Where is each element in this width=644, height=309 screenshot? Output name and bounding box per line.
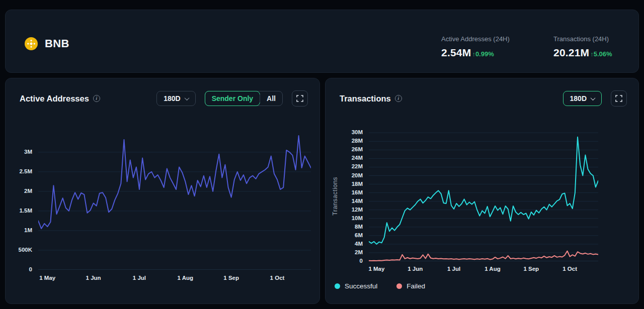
stat-active-addresses-24h: Active Addresses (24H) 2.54M ↑0.99% <box>441 35 510 59</box>
range-value: 180D <box>570 94 587 102</box>
stat-label: Active Addresses (24H) <box>441 35 510 43</box>
failed-dot-icon <box>396 283 402 289</box>
toggle-all[interactable]: All <box>260 91 282 106</box>
panel-title-transactions: Transactions <box>340 94 391 104</box>
bnb-diamond-glyph <box>27 40 35 48</box>
stat-value: 20.21M <box>553 47 589 59</box>
range-dropdown[interactable]: 180D <box>563 91 602 106</box>
stat-value: 2.54M <box>441 47 471 59</box>
legend-item-failed[interactable]: Failed <box>396 282 425 290</box>
info-icon[interactable]: i <box>93 95 100 102</box>
stat-label: Transactions (24H) <box>553 35 612 43</box>
x-axis-labels: 1 May1 Jun1 Jul1 Aug1 Sep1 Oct <box>38 275 311 283</box>
active-addresses-chart[interactable] <box>38 129 311 270</box>
chart-legend: Successful Failed <box>335 282 425 290</box>
active-addresses-panel: Active Addresses i 180D Sender Only All … <box>5 78 320 304</box>
expand-button[interactable] <box>292 90 308 107</box>
coin-header-card: BNB Active Addresses (24H) 2.54M ↑0.99% … <box>5 10 639 73</box>
sender-filter-toggle: Sender Only All <box>205 91 283 106</box>
legend-item-successful[interactable]: Successful <box>335 282 377 290</box>
fullscreen-icon <box>296 95 303 102</box>
stat-change-up: ↑5.06% <box>590 50 612 58</box>
fullscreen-icon <box>615 95 622 102</box>
stat-change-up: ↑0.99% <box>472 50 494 58</box>
coin-identity: BNB <box>25 37 69 50</box>
chevron-down-icon <box>591 95 596 100</box>
coin-title: BNB <box>45 37 69 50</box>
range-value: 180D <box>164 94 180 102</box>
successful-dot-icon <box>335 283 340 289</box>
y-axis-labels: 0500K1M1.5M2M2.5M3M <box>6 78 34 303</box>
range-dropdown[interactable]: 180D <box>156 91 195 106</box>
stat-transactions-24h: Transactions (24H) 20.21M ↑5.06% <box>553 35 612 59</box>
transactions-chart[interactable] <box>369 131 598 261</box>
info-icon[interactable]: i <box>395 95 402 102</box>
chevron-down-icon <box>184 95 189 100</box>
expand-button[interactable] <box>611 90 627 107</box>
transactions-panel: Transactions i 180D Transactions 02M4M6M… <box>325 78 639 304</box>
y-axis-title: Transactions <box>332 131 339 261</box>
bnb-coin-icon <box>25 37 38 50</box>
panel-title-active-addresses: Active Addresses <box>20 94 89 104</box>
toggle-sender-only[interactable]: Sender Only <box>205 91 260 106</box>
x-axis-labels: 1 May1 Jun1 Jul1 Aug1 Sep1 Oct <box>369 266 598 274</box>
